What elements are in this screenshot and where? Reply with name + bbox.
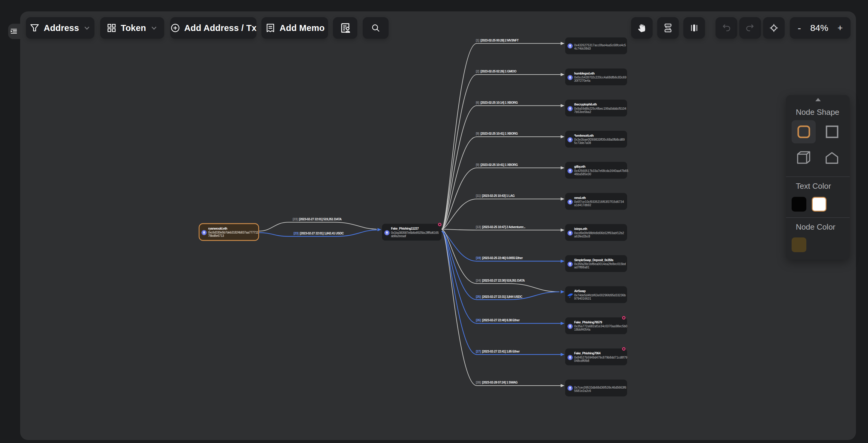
svg-text:nmsl.eth: nmsl.eth (574, 196, 586, 200)
svg-text:AirSwap: AirSwap (574, 289, 586, 293)
svg-text:0x35fa28e1bf8ea0014ea2fe8ec015: 0x35fa28e1bf8ea0014ea2fe8ec015bd (574, 262, 626, 266)
svg-text:0x84527b5949d479c879b8dd71cd8f: 0x84527b5949d479c879b8dd71cd8f79 (574, 356, 627, 359)
svg-text:[1] [2023-02-25 00:28] 2 MV3N: [1] [2023-02-25 00:28] 2 MV3NFT (476, 38, 519, 42)
svg-text:[6] [2023-02-25 10:14] 1 XBOR: [6] [2023-02-25 10:14] 1 XBORG (476, 101, 518, 104)
svg-text:0x6f7ce10cf9335216f63f37f15d67: 0x6f7ce10cf9335216f63f37f15d6734 (574, 200, 624, 203)
svg-text:0x9a59d8b225c4fbec199a0dddcf51: 0x9a59d8b225c4fbec199a0dddcf5104 (574, 107, 626, 110)
svg-text:thecryptophil.eth: thecryptophil.eth (574, 102, 597, 106)
svg-text:Fake_Phishing76579: Fake_Phishing76579 (574, 320, 602, 324)
svg-text:SimpleSwap_Deposit_0x35fa: SimpleSwap_Deposit_0x35fa (574, 258, 613, 262)
svg-text:048cdf6fb8: 048cdf6fb8 (574, 359, 589, 363)
svg-text:0xcd9e0fe98bfe8d06b52ff93abf12: 0xcd9e0fe98bfe8d06b52ff93abf12b2 (574, 231, 624, 235)
svg-text:[2] [2023-02-25 02:26] 1 GMOO: [2] [2023-02-25 02:26] 1 GMOO (476, 69, 517, 73)
svg-text:0x0cc5428702c220cc4a68dfb6c83c: 0x0cc5428702c220cc4a68dfb6c83c69 (574, 76, 626, 79)
svg-text:[9] [2023-02-25 10:41] 1 XBOR: [9] [2023-02-25 10:41] 1 XBORG (476, 163, 518, 167)
svg-text:0x74de5d4fcbf63e00296fd95d3323: 0x74de5d4fcbf63e00296fd95d33236b (574, 294, 626, 297)
svg-text:[11] [2023-02-25 10:43] 1 LAG: [11] [2023-02-25 10:43] 1 LAG (476, 194, 515, 198)
svg-text:0x7cec09533db68d36f539c46d5663: 0x7cec09533db68d36f539c46d5663f6 (574, 386, 626, 389)
svg-text:Fake_Phishing7064: Fake_Phishing7064 (574, 351, 600, 355)
svg-text:a63fed2bc8: a63fed2bc8 (574, 235, 590, 238)
svg-text:7b53ee5ba2: 7b53ee5ba2 (574, 110, 591, 113)
svg-text:0x1ba383587e6b6e8925bc2fff5d61: 0x1ba383587e6b6e8925bc2fff5d6165 (391, 231, 439, 234)
svg-text:[23] [2023-02-27 22:01] 519,3: [23] [2023-02-27 22:01] 519,351 DATA (292, 217, 342, 221)
svg-text:[23] [2023-02-27 22:01] 1,842: [23] [2023-02-27 22:01] 1,842.41 USDC (293, 231, 344, 235)
svg-text:[28] [2023-02-28 07:24] 1 SWA: [28] [2023-02-28 07:24] 1 SWAG (476, 380, 518, 384)
svg-text:[27] [2023-02-27 22:41] 1.85: [27] [2023-02-27 22:41] 1.85 Ether (476, 349, 520, 353)
svg-text:isteps.eth: isteps.eth (574, 227, 587, 231)
svg-text:humblegod.eth: humblegod.eth (574, 71, 595, 75)
svg-text:4c74dc08d3: 4c74dc08d3 (574, 47, 591, 50)
svg-text:[19] [2023-02-25 22:46] 0.005: [19] [2023-02-25 22:46] 0.0055 Ether (476, 256, 523, 260)
svg-text:0xc6d330e5b7deb31824b837aa7777: 0xc6d330e5b7deb31824b837aa777711 (208, 231, 258, 234)
svg-text:0x4326275317acc0fae4aa5c68fce4: 0x4326275317acc0fae4aa5c68fce4c5 (574, 43, 626, 47)
svg-text:[24] [2023-02-27 22:30] 519,3: [24] [2023-02-27 22:30] 519,351 DATA (476, 279, 525, 282)
svg-text:9794016631: 9794016631 (574, 297, 591, 300)
svg-text:ad7ff88a81: ad7ff88a81 (574, 266, 589, 269)
svg-text:[25] [2023-02-27 22:31] 3,844: [25] [2023-02-27 22:31] 3,844 USDC (476, 295, 522, 299)
svg-text:5681e2a2c6: 5681e2a2c6 (574, 389, 591, 393)
svg-text:a1d417db92: a1d417db92 (574, 203, 591, 207)
svg-text:78bd8e6713: 78bd8e6713 (208, 234, 224, 237)
svg-text:*lvmhmoët.eth: *lvmhmoët.eth (574, 134, 594, 137)
svg-text:30f7270e4a: 30f7270e4a (574, 79, 590, 82)
svg-text:[26] [2023-02-27 22:40] 8.38: [26] [2023-02-27 22:40] 8.38 Ether (476, 318, 520, 322)
svg-text:0x35a772a682af1e34c0370aa98ec5: 0x35a772a682af1e34c0370aa98ec5b0 (574, 325, 627, 328)
svg-text:0x3e3bae0f269833ff35c68a0fb8cd: 0x3e3bae0f269833ff35c68a0fb8cd89 (574, 138, 625, 141)
svg-text:ab8a2eeaaf: ab8a2eeaaf (391, 234, 406, 238)
svg-text:5c73de7a08: 5c73de7a08 (574, 141, 591, 144)
svg-text:0x42560517b33a7e68cda1640aa47b: 0x42560517b33a7e68cda1640aa47b65 (574, 169, 628, 172)
svg-text:[9] [2023-02-25 10:41] 1 XBOR: [9] [2023-02-25 10:41] 1 XBORG (476, 132, 518, 135)
svg-text:ryanwould.eth: ryanwould.eth (208, 227, 227, 230)
svg-text:[13] [2023-02-25 10:47] 2 Adv: [13] [2023-02-25 10:47] 2 Adventurer... (476, 225, 525, 229)
svg-text:18bbf4054a: 18bbf4054a (574, 328, 590, 331)
svg-text:gilby.eth: gilby.eth (574, 165, 585, 168)
svg-text:Fake_Phishing11227: Fake_Phishing11227 (391, 227, 419, 230)
svg-text:46ba585e30: 46ba585e30 (574, 172, 591, 176)
